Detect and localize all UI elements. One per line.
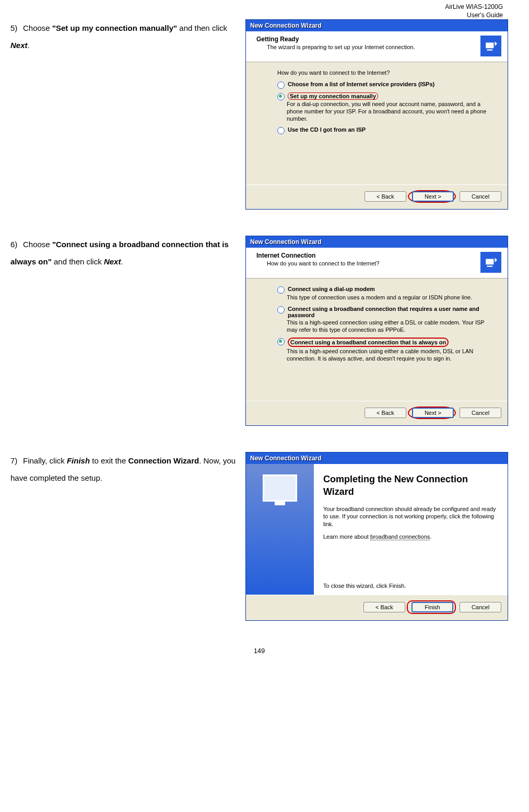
wizard-6-header-sub: How do you want to connect to the Intern… [267, 260, 475, 266]
step-6-pre: Choose [23, 240, 52, 249]
radio-selected-icon [277, 338, 285, 345]
step-7-bold: Connection Wizard [128, 456, 199, 465]
step-7-em: Finish [67, 456, 90, 465]
wizard-6-option-dialup[interactable]: Connect using a dial-up modem [277, 286, 487, 293]
next-button[interactable]: Next > [412, 191, 454, 202]
step-6: 6)Choose "Connect using a broadband conn… [10, 236, 508, 426]
back-button[interactable]: < Back [365, 191, 406, 202]
wizard-7-para1: Your broadband connection should already… [323, 505, 497, 528]
doc-header: AirLive WIAS-1200G User's Guide [10, 0, 508, 19]
wizard-6-option-broadband-userpass[interactable]: Connect using a broadband connection tha… [277, 306, 487, 318]
step-6-em: Next [104, 257, 121, 266]
cancel-button[interactable]: Cancel [460, 602, 501, 612]
step-6-mid: and then click [52, 257, 104, 266]
back-button[interactable]: < Back [365, 408, 406, 418]
step-5-text: 5)Choose "Set up my connection manually"… [10, 19, 245, 54]
next-button[interactable]: Next > [412, 408, 454, 418]
wizard-7-close-text: To close this wizard, click Finish. [323, 582, 497, 589]
finish-button[interactable]: Finish [412, 602, 453, 612]
wizard-5-option-cd[interactable]: Use the CD I got from an ISP [277, 126, 487, 134]
wizard-5-option-manual[interactable]: Set up my connection manually [277, 92, 487, 100]
wizard-5-question: How do you want to connect to the Intern… [277, 69, 487, 76]
wizard-6-option-dialup-label: Connect using a dial-up modem [288, 286, 375, 292]
doc-header-line1: AirLive WIAS-1200G [10, 3, 503, 11]
step-5-em: Next [10, 41, 28, 50]
radio-icon [277, 82, 285, 89]
step-5-post: . [28, 41, 30, 50]
step-5-number: 5) [10, 19, 23, 37]
wizard-7-title: New Connection Wizard [246, 453, 508, 464]
step-6-number: 6) [10, 236, 23, 253]
page-number: 149 [10, 647, 508, 655]
step-6-text: 6)Choose "Connect using a broadband conn… [10, 236, 245, 270]
wizard-5-option-manual-desc: For a dial-up connection, you will need … [287, 101, 487, 122]
wizard-6-option-broadband-alwayson-label: Connect using a broadband connection tha… [288, 338, 449, 347]
wizard-logo-icon [480, 36, 501, 56]
step-5: 5)Choose "Set up my connection manually"… [10, 19, 508, 210]
wizard-7-para2-pre: Learn more about [323, 533, 370, 540]
step-7-mid: to exit the [90, 456, 128, 465]
wizard-7-side-graphic [246, 464, 314, 595]
monitor-icon [263, 474, 297, 502]
wizard-5-option-cd-label: Use the CD I got from an ISP [288, 126, 366, 133]
step-5-mid: and then click [177, 24, 227, 32]
step-7-number: 7) [10, 452, 23, 469]
radio-icon [277, 286, 285, 294]
step-7-pre: Finally, click [23, 456, 67, 465]
wizard-5-option-manual-label: Set up my connection manually [288, 92, 378, 100]
doc-header-line2: User's Guide [10, 11, 503, 20]
wizard-6-header-title: Internet Connection [256, 252, 475, 259]
wizard-6-option-broadband-alwayson[interactable]: Connect using a broadband connection tha… [277, 338, 487, 347]
wizard-5-header-title: Getting Ready [256, 36, 475, 43]
wizard-5-option-isp-label: Choose from a list of Internet service p… [288, 81, 434, 87]
wizard-6-title: New Connection Wizard [246, 236, 508, 248]
wizard-5-header-sub: The wizard is preparing to set up your I… [267, 44, 475, 50]
wizard-5-option-isp[interactable]: Choose from a list of Internet service p… [277, 81, 487, 88]
wizard-6-option-broadband-alwayson-desc: This is a high-speed connection using ei… [287, 348, 487, 363]
broadband-connections-link[interactable]: broadband connections [370, 533, 430, 540]
step-7: 7)Finally, click Finish to exit the Conn… [10, 452, 508, 621]
step-5-pre: Choose [23, 24, 52, 32]
cancel-button[interactable]: Cancel [460, 408, 501, 418]
back-button[interactable]: < Back [363, 602, 405, 612]
step-7-text: 7)Finally, click Finish to exit the Conn… [10, 452, 245, 486]
wizard-5: New Connection Wizard Getting Ready The … [245, 19, 508, 210]
wizard-6-option-dialup-desc: This type of connection uses a modem and… [287, 294, 487, 301]
wizard-7-heading: Completing the New Connection Wizard [323, 473, 497, 498]
radio-icon [277, 127, 285, 134]
wizard-6: New Connection Wizard Internet Connectio… [245, 236, 508, 426]
wizard-5-title: New Connection Wizard [246, 20, 508, 31]
step-5-bold: "Set up my connection manually" [52, 24, 177, 32]
wizard-6-option-broadband-userpass-label: Connect using a broadband connection tha… [288, 306, 487, 318]
wizard-7-para2-post: . [430, 533, 431, 540]
wizard-7: New Connection Wizard Completing the New… [245, 452, 508, 621]
wizard-logo-icon [480, 252, 501, 273]
step-6-post: . [121, 257, 123, 266]
radio-icon [277, 306, 285, 314]
cancel-button[interactable]: Cancel [460, 191, 501, 202]
wizard-6-option-broadband-userpass-desc: This is a high-speed connection using ei… [287, 319, 487, 334]
radio-selected-icon [277, 93, 285, 100]
